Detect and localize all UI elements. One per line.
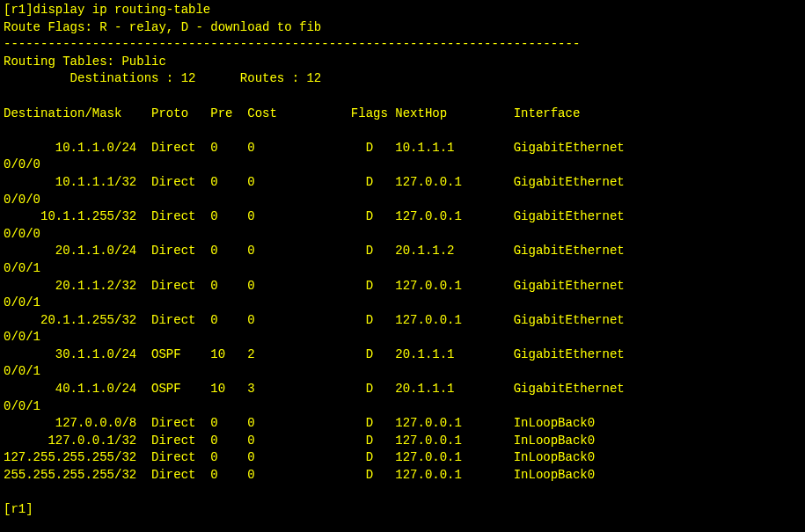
terminal-output: [r1]display ip routing-table Route Flags…	[0, 0, 805, 521]
